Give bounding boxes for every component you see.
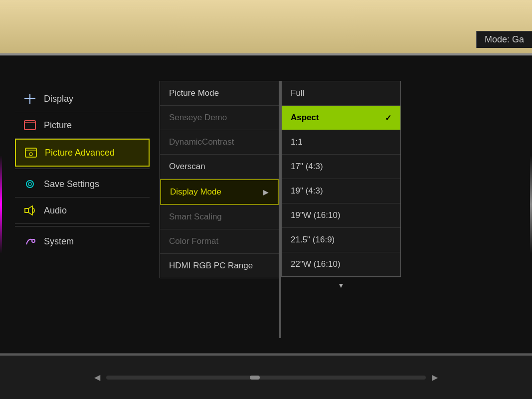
menu-label-picture-mode: Picture Mode	[169, 88, 219, 98]
menu-label-hdmi-rgb: HDMI RGB PC Range	[169, 261, 253, 271]
nav-item-label-audio: Audio	[44, 205, 67, 216]
nav-item-picture-advanced[interactable]: Picture Advanced	[15, 139, 150, 167]
submenu-item-19w-16-10[interactable]: 19"W (16:10)	[282, 203, 400, 228]
scroll-arrow-right: ▶	[426, 373, 444, 382]
menu-label-overscan: Overscan	[169, 162, 205, 172]
nav-item-label-picture-advanced: Picture Advanced	[45, 148, 115, 158]
nav-item-display[interactable]: Display	[15, 86, 150, 112]
nav-item-label-display: Display	[44, 94, 73, 104]
menu-label-display-mode: Display Mode	[170, 187, 221, 197]
top-bezel	[0, 0, 532, 55]
submenu-item-full[interactable]: Full	[282, 81, 400, 106]
display-icon	[23, 93, 37, 105]
mode-indicator: Mode: Ga	[476, 31, 532, 48]
system-icon	[23, 235, 37, 247]
nav-divider-audio	[15, 226, 150, 226]
nav-item-label-picture: Picture	[44, 120, 72, 131]
nav-panel: DisplayPicturePicture AdvancedSave Setti…	[15, 81, 150, 254]
submenu-item-22w-16-10[interactable]: 22"W (16:10)	[282, 252, 400, 276]
scrollbar-thumb	[250, 376, 260, 380]
submenu-label-17-4-3: 17" (4:3)	[291, 162, 323, 172]
screen: DisplayPicturePicture AdvancedSave Setti…	[0, 55, 532, 354]
right-accent	[530, 156, 532, 253]
audio-icon	[23, 204, 37, 216]
svg-marker-10	[28, 206, 32, 215]
nav-item-picture[interactable]: Picture	[15, 112, 150, 139]
submenu-item-19-4-3[interactable]: 19" (4:3)	[282, 179, 400, 203]
picture-icon	[23, 119, 37, 131]
svg-point-11	[32, 239, 35, 242]
submenu-label-1-1: 1:1	[291, 137, 303, 147]
svg-point-6	[29, 153, 32, 156]
submenu-label-19-4-3: 19" (4:3)	[291, 186, 323, 196]
menu-item-picture-mode[interactable]: Picture Mode	[160, 81, 279, 106]
menu-item-dynamic-contrast[interactable]: DynamicContrast	[160, 130, 279, 155]
nav-item-label-system: System	[44, 236, 74, 247]
submenu-item-aspect[interactable]: Aspect✓	[282, 106, 400, 130]
submenu-label-aspect: Aspect	[291, 113, 319, 123]
submenu-label-21-5-16-9: 21.5" (16:9)	[291, 235, 335, 245]
menu-item-display-mode[interactable]: Display Mode▶	[160, 179, 279, 205]
nav-item-save-settings[interactable]: Save Settings	[15, 171, 150, 198]
menu-label-smart-scaling: Smart Scaling	[169, 212, 222, 222]
submenu-check-aspect: ✓	[385, 113, 391, 123]
mode-label: Mode: Ga	[485, 34, 524, 44]
submenu-item-21-5-16-9[interactable]: 21.5" (16:9)	[282, 228, 400, 252]
submenu-container: FullAspect✓1:117" (4:3)19" (4:3)19"W (16…	[281, 81, 401, 293]
nav-item-audio[interactable]: Audio	[15, 198, 150, 224]
submenu-label-19w-16-10: 19"W (16:10)	[291, 210, 341, 220]
scrollbar	[106, 376, 425, 380]
save-settings-icon	[23, 178, 37, 190]
bottom-bezel: ◀ ▶	[0, 354, 532, 399]
submenu-label-22w-16-10: 22"W (16:10)	[291, 259, 341, 269]
svg-point-7	[26, 181, 33, 188]
menu-label-dynamic-contrast: DynamicContrast	[169, 137, 234, 147]
svg-rect-9	[25, 208, 28, 212]
left-accent	[0, 156, 2, 253]
submenu-item-1-1[interactable]: 1:1	[282, 130, 400, 155]
submenu-item-17-4-3[interactable]: 17" (4:3)	[282, 155, 400, 179]
picture-advanced-icon	[24, 147, 38, 159]
submenu-panel: FullAspect✓1:117" (4:3)19" (4:3)19"W (16…	[281, 81, 401, 277]
nav-item-label-save-settings: Save Settings	[44, 179, 99, 190]
nav-item-system[interactable]: System	[15, 228, 150, 254]
submenu-label-full: Full	[291, 88, 304, 98]
menu-item-color-format[interactable]: Color Format	[160, 229, 279, 254]
menu-panel: Picture ModeSenseye DemoDynamicContrastO…	[160, 81, 279, 278]
nav-divider-picture-advanced	[15, 169, 150, 169]
svg-rect-2	[24, 121, 35, 130]
svg-point-8	[28, 183, 31, 186]
menu-item-overscan[interactable]: Overscan	[160, 155, 279, 179]
menu-label-senseye-demo: Senseye Demo	[169, 113, 227, 123]
scroll-arrow-left: ◀	[88, 373, 106, 382]
scroll-indicator: ▼	[281, 277, 401, 293]
menu-item-hdmi-rgb[interactable]: HDMI RGB PC Range	[160, 254, 279, 278]
menu-arrow-display-mode: ▶	[263, 188, 269, 196]
osd-container: DisplayPicturePicture AdvancedSave Setti…	[15, 81, 517, 338]
menu-label-color-format: Color Format	[169, 236, 218, 246]
menu-item-senseye-demo[interactable]: Senseye Demo	[160, 106, 279, 130]
menu-item-smart-scaling[interactable]: Smart Scaling	[160, 205, 279, 229]
